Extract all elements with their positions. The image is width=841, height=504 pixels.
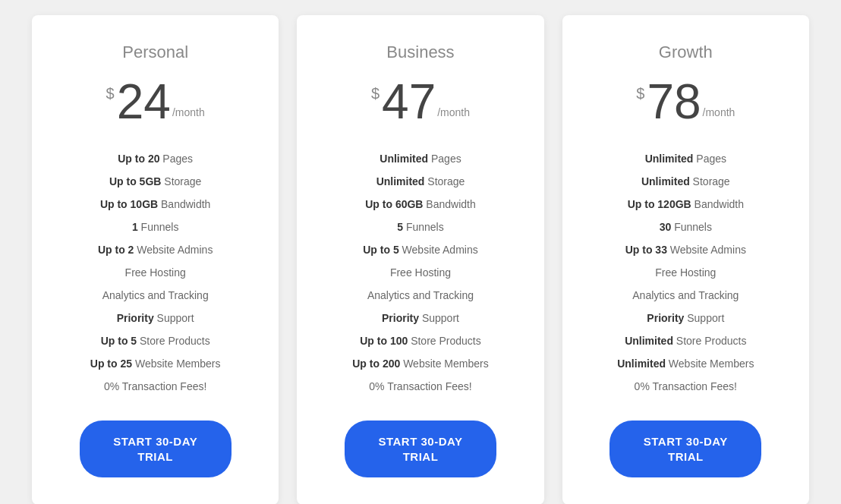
- feature-bold-text: Up to 2: [98, 244, 134, 256]
- cta-button-business[interactable]: START 30-DAYTRIAL: [345, 421, 496, 477]
- list-item: Unlimited Storage: [320, 170, 521, 193]
- feature-bold-text: 1: [132, 221, 138, 233]
- feature-bold-text: Unlimited: [376, 175, 425, 187]
- list-item: Up to 60GB Bandwidth: [320, 193, 521, 216]
- list-item: Up to 120GB Bandwidth: [585, 193, 786, 216]
- plan-card-growth: Growth$78/monthUnlimited PagesUnlimited …: [562, 15, 809, 504]
- feature-bold-text: Unlimited: [641, 175, 690, 187]
- list-item: Up to 25 Website Members: [55, 352, 256, 375]
- feature-bold-text: Up to 5GB: [109, 175, 161, 187]
- plan-price-wrap-growth: $78/month: [636, 77, 735, 126]
- price-period-growth: /month: [703, 106, 735, 118]
- price-dollar-business: $: [371, 85, 380, 102]
- plan-name-business: Business: [386, 43, 454, 62]
- list-item: Up to 5 Website Admins: [320, 238, 521, 261]
- feature-bold-text: Priority: [647, 312, 684, 324]
- list-item: 30 Funnels: [585, 216, 786, 238]
- list-item: 0% Transaction Fees!: [320, 375, 521, 398]
- list-item: Up to 33 Website Admins: [585, 238, 786, 261]
- feature-bold-text: Up to 60GB: [365, 198, 423, 210]
- list-item: Priority Support: [585, 307, 786, 329]
- list-item: 1 Funnels: [55, 216, 256, 238]
- list-item: Analytics and Tracking: [585, 284, 786, 307]
- feature-bold-text: Unlimited: [625, 335, 673, 347]
- plan-name-personal: Personal: [122, 43, 188, 62]
- feature-bold-text: Up to 33: [625, 244, 667, 256]
- cta-button-growth[interactable]: START 30-DAYTRIAL: [609, 421, 761, 477]
- feature-bold-text: Unlimited: [617, 358, 666, 370]
- list-item: Priority Support: [55, 307, 256, 329]
- price-dollar-growth: $: [636, 85, 644, 102]
- list-item: Up to 200 Website Members: [320, 352, 521, 375]
- feature-bold-text: 5: [397, 221, 403, 233]
- list-item: Unlimited Store Products: [585, 329, 786, 352]
- feature-bold-text: Up to 100: [360, 335, 408, 347]
- list-item: Up to 5 Store Products: [55, 329, 256, 352]
- price-period-personal: /month: [172, 106, 205, 118]
- feature-bold-text: Priority: [117, 312, 154, 324]
- list-item: Unlimited Pages: [585, 147, 786, 170]
- list-item: Up to 10GB Bandwidth: [55, 193, 256, 216]
- price-amount-business: 47: [382, 77, 436, 126]
- plan-price-wrap-business: $47/month: [371, 77, 470, 126]
- list-item: Up to 20 Pages: [55, 147, 256, 170]
- features-list-growth: Unlimited PagesUnlimited StorageUp to 12…: [585, 147, 786, 398]
- feature-bold-text: Unlimited: [645, 153, 694, 165]
- list-item: Unlimited Pages: [320, 147, 521, 170]
- price-dollar-personal: $: [106, 85, 115, 102]
- feature-bold-text: Up to 200: [352, 358, 400, 370]
- features-list-personal: Up to 20 PagesUp to 5GB StorageUp to 10G…: [55, 147, 256, 398]
- plan-card-business: Business$47/monthUnlimited PagesUnlimite…: [297, 15, 543, 504]
- price-amount-personal: 24: [117, 77, 171, 126]
- list-item: Unlimited Website Members: [585, 352, 786, 375]
- list-item: Up to 5GB Storage: [55, 170, 256, 193]
- list-item: 5 Funnels: [320, 216, 521, 238]
- pricing-container: Personal$24/monthUp to 20 PagesUp to 5GB…: [0, 0, 841, 504]
- list-item: Priority Support: [320, 307, 521, 329]
- feature-bold-text: Up to 25: [90, 358, 132, 370]
- list-item: Analytics and Tracking: [320, 284, 521, 307]
- feature-bold-text: Up to 5: [363, 244, 398, 256]
- list-item: Analytics and Tracking: [55, 284, 256, 307]
- plan-name-growth: Growth: [659, 43, 713, 62]
- list-item: 0% Transaction Fees!: [585, 375, 786, 398]
- list-item: Up to 100 Store Products: [320, 329, 521, 352]
- feature-bold-text: Priority: [382, 312, 419, 324]
- feature-bold-text: Up to 10GB: [100, 198, 158, 210]
- list-item: Unlimited Storage: [585, 170, 786, 193]
- feature-bold-text: Up to 120GB: [628, 198, 691, 210]
- feature-bold-text: Up to 5: [101, 335, 137, 347]
- cta-button-personal[interactable]: START 30-DAYTRIAL: [80, 421, 232, 477]
- list-item: 0% Transaction Fees!: [55, 375, 256, 398]
- price-amount-growth: 78: [647, 77, 701, 126]
- feature-bold-text: 30: [660, 221, 672, 233]
- list-item: Up to 2 Website Admins: [55, 238, 256, 261]
- plan-card-personal: Personal$24/monthUp to 20 PagesUp to 5GB…: [32, 15, 279, 504]
- list-item: Free Hosting: [55, 261, 256, 284]
- feature-bold-text: Unlimited: [380, 153, 428, 165]
- list-item: Free Hosting: [585, 261, 786, 284]
- list-item: Free Hosting: [320, 261, 521, 284]
- price-period-business: /month: [437, 106, 470, 118]
- features-list-business: Unlimited PagesUnlimited StorageUp to 60…: [320, 147, 521, 398]
- plan-price-wrap-personal: $24/month: [106, 77, 205, 126]
- feature-bold-text: Up to 20: [118, 153, 159, 165]
